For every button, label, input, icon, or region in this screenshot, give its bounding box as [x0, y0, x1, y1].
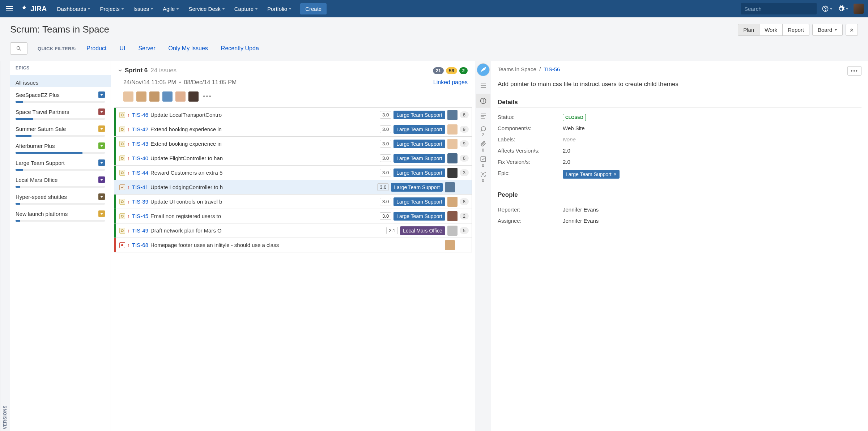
issue-key[interactable]: TIS-42	[132, 126, 148, 132]
rail-detail-icon[interactable]	[476, 78, 490, 93]
issue-key[interactable]: TIS-40	[132, 155, 148, 161]
issue-row[interactable]: ↑TIS-46Update LocalTransportContro3.0Lar…	[114, 108, 472, 122]
sprint-collapse-icon[interactable]	[118, 69, 122, 72]
epic-lozenge[interactable]: Large Team Support×	[563, 170, 620, 179]
epic-item[interactable]: Large Team Support	[10, 155, 111, 172]
rail-info-icon[interactable]	[476, 94, 490, 108]
issue-key[interactable]: TIS-41	[132, 184, 148, 190]
jira-logo[interactable]: JIRA	[20, 5, 47, 13]
nav-item-projects[interactable]: Projects	[95, 3, 128, 15]
issue-epic-badge[interactable]: Large Team Support	[393, 212, 445, 221]
issue-row[interactable]: ↑TIS-45Email non registered users to3.0L…	[114, 209, 472, 223]
issue-epic-badge[interactable]: Large Team Support	[393, 197, 445, 206]
epic-item[interactable]: New launch platforms	[10, 206, 111, 223]
issue-assignee-avatar[interactable]	[445, 240, 455, 250]
rail-comments-icon[interactable]: 2	[476, 124, 490, 138]
issue-epic-badge[interactable]: Large Team Support	[393, 125, 445, 134]
versions-tab[interactable]: VERSIONS	[0, 61, 10, 431]
epic-item[interactable]: Afterburner Plus	[10, 138, 111, 155]
issue-row[interactable]: ↑TIS-44Reward Customers an extra 53.0Lar…	[114, 166, 472, 180]
help-icon[interactable]	[822, 5, 833, 12]
epic-expand-icon[interactable]	[98, 193, 105, 200]
issue-assignee-avatar[interactable]	[447, 226, 458, 236]
quick-filter-search-button[interactable]	[10, 42, 27, 55]
quick-filter-ui[interactable]: UI	[119, 45, 125, 52]
user-avatar[interactable]	[854, 4, 864, 14]
nav-item-service-desk[interactable]: Service Desk	[184, 3, 229, 15]
assignee-avatar[interactable]	[188, 91, 199, 102]
issue-row[interactable]: ↑TIS-40Update FlightController to han3.0…	[114, 151, 472, 166]
assignee-avatar[interactable]	[162, 91, 173, 102]
issue-assignee-avatar[interactable]	[447, 168, 458, 178]
issue-row[interactable]: ↑TIS-42Extend booking experience in3.0La…	[114, 122, 472, 137]
tab-work[interactable]: Work	[760, 24, 783, 36]
quick-filter-recently-upda[interactable]: Recently Upda	[221, 45, 259, 52]
epic-item[interactable]: Hyper-speed shuttles	[10, 189, 111, 206]
quick-filter-server[interactable]: Server	[138, 45, 155, 52]
project-avatar-icon[interactable]	[477, 63, 490, 76]
epic-all-issues[interactable]: All issues	[10, 75, 111, 87]
nav-item-portfolio[interactable]: Portfolio	[263, 3, 296, 15]
search-input[interactable]	[744, 6, 813, 12]
linked-pages-link[interactable]: Linked pages	[433, 79, 468, 86]
epic-expand-icon[interactable]	[98, 142, 105, 149]
issue-key-link[interactable]: TIS-56	[544, 66, 560, 72]
issue-assignee-avatar[interactable]	[445, 182, 455, 192]
issue-key[interactable]: TIS-44	[132, 170, 148, 176]
issue-row[interactable]: ↑TIS-41Update LodgingController to h3.0L…	[114, 180, 472, 195]
issue-key[interactable]: TIS-39	[132, 199, 148, 205]
assignee-avatar[interactable]	[149, 91, 159, 102]
epic-item[interactable]: Summer Saturn Sale	[10, 121, 111, 138]
quick-filter-only-my-issues[interactable]: Only My Issues	[169, 45, 208, 52]
issue-key[interactable]: TIS-49	[132, 227, 148, 234]
quick-filter-product[interactable]: Product	[86, 45, 106, 52]
issue-assignee-avatar[interactable]	[447, 139, 458, 149]
assignee-avatar[interactable]	[175, 91, 186, 102]
tab-plan[interactable]: Plan	[738, 24, 760, 36]
rail-attachments-icon[interactable]: 0	[476, 139, 490, 154]
epic-expand-icon[interactable]	[98, 176, 105, 183]
epic-expand-icon[interactable]	[98, 91, 105, 98]
issue-key[interactable]: TIS-45	[132, 213, 148, 219]
issue-epic-badge[interactable]: Large Team Support	[393, 140, 445, 148]
epic-expand-icon[interactable]	[98, 125, 105, 132]
remove-epic-icon[interactable]: ×	[614, 171, 617, 177]
rail-description-icon[interactable]	[476, 109, 490, 123]
issue-assignee-avatar[interactable]	[447, 197, 458, 207]
nav-item-dashboards[interactable]: Dashboards	[53, 3, 95, 15]
issue-epic-badge[interactable]: Large Team Support	[393, 111, 445, 119]
issue-row[interactable]: ↑TIS-49Draft network plan for Mars O2.1L…	[114, 223, 472, 238]
issue-assignee-avatar[interactable]	[447, 124, 458, 135]
issue-epic-badge[interactable]: Local Mars Office	[400, 226, 445, 235]
nav-item-issues[interactable]: Issues	[129, 3, 158, 15]
issue-row[interactable]: ↑TIS-39Update UI controls on travel b3.0…	[114, 195, 472, 209]
issue-epic-badge[interactable]: Large Team Support	[393, 154, 445, 163]
assignee-avatar[interactable]	[123, 91, 133, 102]
issue-assignee-avatar[interactable]	[447, 153, 458, 163]
epic-expand-icon[interactable]	[98, 210, 105, 217]
epic-item[interactable]: Space Travel Partners	[10, 104, 111, 121]
app-switcher-icon[interactable]	[4, 4, 14, 14]
issue-key[interactable]: TIS-46	[132, 112, 148, 118]
issue-epic-badge[interactable]: Large Team Support	[391, 183, 443, 192]
expand-button[interactable]	[846, 24, 858, 36]
detail-more-menu[interactable]: •••	[847, 66, 861, 76]
epic-expand-icon[interactable]	[98, 108, 105, 115]
epic-item[interactable]: SeeSpaceEZ Plus	[10, 87, 111, 104]
search-box[interactable]	[741, 3, 817, 14]
nav-item-agile[interactable]: Agile	[158, 3, 183, 15]
nav-item-capture[interactable]: Capture	[230, 3, 262, 15]
epic-expand-icon[interactable]	[98, 159, 105, 166]
issue-key[interactable]: TIS-43	[132, 141, 148, 147]
assignee-avatar[interactable]	[136, 91, 146, 102]
issue-row[interactable]: ↑TIS-68Homepage footer uses an inlityle …	[114, 238, 472, 252]
issue-epic-badge[interactable]: Large Team Support	[393, 168, 445, 177]
issue-assignee-avatar[interactable]	[447, 211, 458, 221]
settings-icon[interactable]	[838, 5, 848, 12]
issue-row[interactable]: ↑TIS-43Extend booking experience in3.0La…	[114, 137, 472, 151]
epic-item[interactable]: Local Mars Office	[10, 172, 111, 189]
tab-report[interactable]: Report	[783, 24, 809, 36]
issue-key[interactable]: TIS-68	[132, 242, 148, 248]
board-dropdown[interactable]: Board	[812, 24, 843, 36]
create-button[interactable]: Create	[300, 3, 327, 14]
